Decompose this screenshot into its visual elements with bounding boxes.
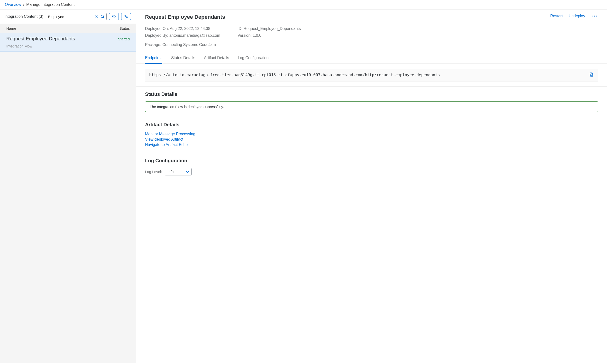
column-name: Name bbox=[6, 26, 16, 30]
refresh-button[interactable] bbox=[109, 13, 119, 20]
breadcrumb-separator: / bbox=[23, 2, 24, 7]
tab-artifact-details[interactable]: Artifact Details bbox=[204, 54, 229, 64]
search-field-wrapper bbox=[46, 13, 106, 20]
close-icon bbox=[95, 15, 99, 18]
svg-point-2 bbox=[101, 15, 104, 17]
gears-icon bbox=[124, 14, 128, 19]
status-details-section: Status Details The Integration Flow is d… bbox=[136, 87, 607, 117]
chevron-down-icon bbox=[186, 169, 189, 174]
status-message: The Integration Flow is deployed success… bbox=[145, 102, 598, 112]
meta-deployed-by: Deployed By: antonio.maradiaga@sap.com bbox=[145, 33, 228, 38]
log-level-label: Log Level: bbox=[145, 169, 162, 174]
search-clear-button[interactable] bbox=[94, 14, 100, 19]
left-pane-header: Integration Content (3) bbox=[0, 10, 136, 24]
status-details-title: Status Details bbox=[145, 91, 598, 97]
view-deployed-artifact-link[interactable]: View deployed Artifact bbox=[145, 137, 598, 142]
breadcrumb-current: Manage Integration Content bbox=[26, 2, 75, 7]
table-settings-button[interactable] bbox=[121, 13, 131, 20]
detail-pane: Request Employee Dependants Restart Unde… bbox=[136, 10, 607, 363]
log-configuration-title: Log Configuration bbox=[145, 158, 598, 164]
search-submit-button[interactable] bbox=[100, 14, 106, 19]
list-item-subtitle: Integration Flow bbox=[6, 44, 130, 48]
metadata-block: Deployed On: Aug 22, 2022, 13:44:38 ID: … bbox=[136, 20, 607, 51]
meta-id: ID: Request_Employee_Dependants bbox=[238, 26, 598, 31]
artifact-details-title: Artifact Details bbox=[145, 122, 598, 128]
left-pane: Integration Content (3) bbox=[0, 10, 136, 363]
endpoint-url: https://antonio-maradiaga-free-tier-aaq3… bbox=[149, 72, 440, 78]
navigate-artifact-editor-link[interactable]: Navigate to Artifact Editor bbox=[145, 143, 598, 147]
overflow-icon bbox=[592, 15, 593, 16]
list-item-status: Started bbox=[118, 37, 130, 41]
search-input[interactable] bbox=[48, 15, 94, 19]
copy-url-button[interactable] bbox=[589, 72, 594, 78]
left-pane-title: Integration Content (3) bbox=[4, 14, 43, 19]
monitor-message-processing-link[interactable]: Monitor Message Processing bbox=[145, 132, 598, 136]
endpoint-url-box: https://antonio-maradiaga-free-tier-aaq3… bbox=[145, 69, 598, 81]
artifact-details-section: Artifact Details Monitor Message Process… bbox=[136, 117, 607, 153]
tab-log-configuration[interactable]: Log Configuration bbox=[238, 54, 268, 64]
meta-deployed-on: Deployed On: Aug 22, 2022, 13:44:38 bbox=[145, 26, 228, 31]
undeploy-button[interactable]: Undeploy bbox=[568, 14, 585, 18]
header-actions: Restart Undeploy bbox=[550, 14, 598, 18]
meta-version: Version: 1.0.0 bbox=[238, 33, 598, 38]
endpoints-section: https://antonio-maradiaga-free-tier-aaq3… bbox=[136, 64, 607, 87]
tab-status-details[interactable]: Status Details bbox=[171, 54, 195, 64]
column-status: Status bbox=[119, 26, 130, 30]
log-level-select[interactable]: Info bbox=[165, 168, 192, 175]
list-item-title: Request Employee Dependants bbox=[6, 36, 75, 42]
svg-line-3 bbox=[103, 17, 104, 18]
tab-endpoints[interactable]: Endpoints bbox=[145, 54, 162, 64]
tab-bar: Endpoints Status Details Artifact Detail… bbox=[136, 51, 607, 64]
svg-rect-6 bbox=[591, 74, 593, 77]
search-icon bbox=[101, 15, 105, 18]
page-title: Request Employee Dependants bbox=[145, 14, 225, 20]
breadcrumb: Overview / Manage Integration Content bbox=[0, 0, 607, 10]
more-actions-button[interactable] bbox=[591, 14, 598, 18]
detail-header: Request Employee Dependants Restart Unde… bbox=[136, 10, 607, 20]
refresh-icon bbox=[112, 14, 116, 19]
meta-package: Package: Connecting Systems CodeJam bbox=[145, 43, 598, 47]
log-configuration-section: Log Configuration Log Level: Info bbox=[136, 153, 607, 180]
restart-button[interactable]: Restart bbox=[550, 14, 563, 18]
breadcrumb-overview-link[interactable]: Overview bbox=[5, 2, 21, 7]
log-level-value: Info bbox=[167, 169, 173, 174]
copy-icon bbox=[589, 72, 594, 77]
svg-rect-7 bbox=[590, 73, 592, 76]
list-column-header: Name Status bbox=[0, 24, 136, 33]
list-item[interactable]: Request Employee Dependants Started Inte… bbox=[0, 33, 136, 52]
